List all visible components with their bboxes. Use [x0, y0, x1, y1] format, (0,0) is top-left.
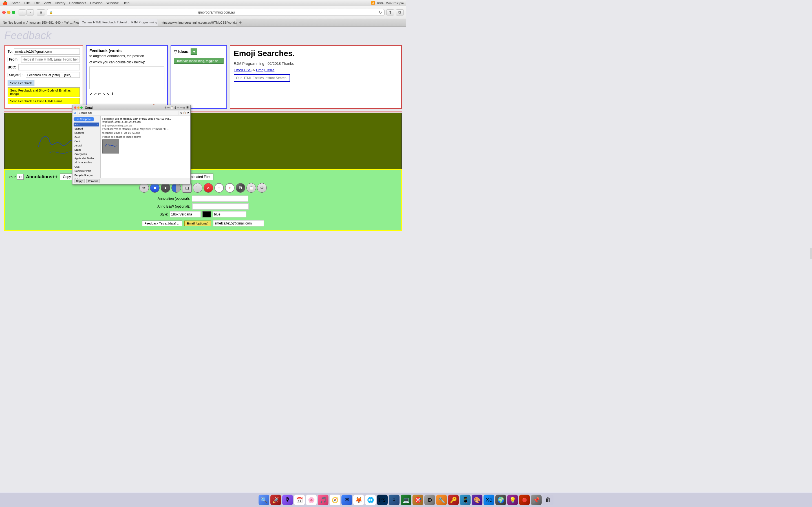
send-feedback-inline-button[interactable]: Send Feedback as Inline HTML Email	[8, 98, 80, 104]
tab-2[interactable]: Canvas HTML Feedback Tutorial ... RJM Pr…	[79, 18, 158, 26]
emoji-css-link[interactable]: Emoji CSS	[234, 68, 252, 72]
emoji-terra-link[interactable]: Emoji Terra	[256, 68, 274, 72]
menu-develop[interactable]: Develop	[90, 1, 103, 5]
forward-button[interactable]: ›	[27, 9, 34, 15]
image-tool[interactable]: 🖼	[236, 183, 245, 193]
email-body-text: Feedback Yes at Monday 18th of May 2020 …	[102, 128, 189, 130]
arc-tool[interactable]: ⌒	[193, 183, 202, 193]
draft-item[interactable]: Draft	[73, 139, 99, 144]
email-value-input[interactable]	[213, 220, 264, 226]
email-subject: Feedback Yes at Monday 18th of May 2020 …	[102, 117, 189, 123]
pencil-tool[interactable]: ✏	[139, 183, 149, 193]
circle-fill-tool[interactable]: ●	[161, 183, 170, 193]
color-name-input[interactable]	[213, 211, 246, 217]
aimail-item[interactable]: AI Mail	[73, 144, 99, 148]
to-input[interactable]	[14, 48, 80, 55]
inbox-item[interactable]: Inbox 1	[73, 122, 99, 126]
square-fill-tool[interactable]: ■	[150, 183, 160, 193]
paste-tool[interactable]: 📋	[246, 183, 256, 193]
apple-mail-item[interactable]: Apple Mail To Go	[73, 156, 99, 160]
recycle-item[interactable]: Recycle Sheryle...	[73, 173, 99, 177]
color-swatch[interactable]	[202, 211, 211, 217]
back-button[interactable]: ‹	[18, 9, 26, 15]
square-outline-icon: ▢	[185, 186, 189, 190]
sidebar-toggle-button[interactable]: ⊞	[37, 9, 45, 15]
monochro-item[interactable]: All in Monochro	[73, 161, 99, 165]
compose-button[interactable]: ✏ Compose	[73, 117, 94, 121]
annotations-title: Annotations++	[26, 174, 57, 179]
menu-safari[interactable]: Safari	[11, 1, 20, 5]
battery-label: 68%	[377, 1, 384, 5]
canvas-area[interactable]: Gmail ⚙ ✏ 📋 🗑 ↩ ↪ ⊞ ☰ M Search mail ⚙ 📋 …	[4, 113, 402, 169]
menu-file[interactable]: File	[24, 1, 30, 5]
emoji-link-and: &	[252, 68, 256, 72]
annotation-input[interactable]	[192, 195, 248, 202]
ideas-option-button[interactable]: Tutorials (show blog, toggle sc	[174, 58, 223, 64]
computer-pals-item[interactable]: Computer Pals	[73, 169, 99, 173]
tab-1[interactable]: No files found in ./mondrian-1504681_640…	[0, 18, 79, 26]
search-mail-input[interactable]: Search mail	[78, 111, 179, 115]
menu-edit[interactable]: Edit	[34, 1, 40, 5]
bcc-row: BCC:	[8, 64, 80, 70]
emoji-search-input[interactable]	[234, 74, 290, 82]
share-button[interactable]: ⬆	[386, 9, 394, 15]
ideas-dropdown-icon[interactable]: ▼	[191, 48, 197, 55]
half-circle-tool[interactable]	[171, 183, 181, 193]
forward-button[interactable]: Forward	[86, 179, 100, 183]
preview-min[interactable]	[77, 107, 80, 109]
sent-item[interactable]: Sent	[73, 135, 99, 139]
from-input[interactable]	[21, 56, 80, 62]
your-dropdown[interactable]: ⊙	[17, 174, 24, 180]
email-main: Feedback Yes at Monday 18th of May 2020 …	[101, 116, 190, 178]
to-row: To:	[8, 48, 80, 55]
plus-tool[interactable]: +	[225, 183, 235, 193]
address-bar[interactable]: 🔒 rjmprogramming.com.au ↻	[47, 9, 385, 16]
menu-history[interactable]: History	[55, 1, 65, 5]
canvas-wrapper: Gmail ⚙ ✏ 📋 🗑 ↩ ↪ ⊞ ☰ M Search mail ⚙ 📋 …	[4, 113, 402, 169]
subject-input[interactable]	[26, 72, 80, 78]
menu-bookmarks[interactable]: Bookmarks	[69, 1, 86, 5]
menu-help[interactable]: Help	[122, 1, 130, 5]
circle-fill-icon: ●	[164, 186, 167, 190]
style-input[interactable]	[170, 211, 201, 217]
reload-button[interactable]: ↻	[379, 10, 382, 15]
close-button[interactable]	[2, 11, 6, 14]
menu-window[interactable]: Window	[107, 1, 119, 5]
tab-3[interactable]: https://www.rjmprogramming.com.au/HTMLCS…	[158, 18, 237, 26]
email-optional-button[interactable]: Email (optional)	[185, 221, 211, 226]
snoozed-item[interactable]: Snoozed	[73, 131, 99, 135]
categories-item[interactable]: Categories	[73, 152, 99, 156]
preview-toolbar: ⚙ ✏ 📋 🗑 ↩ ↪ ⊞ ☰	[164, 106, 189, 109]
bcc-input[interactable]	[18, 64, 80, 70]
maximize-button[interactable]	[12, 11, 15, 14]
drafts-item[interactable]: Drafts	[73, 148, 99, 152]
minus-tool[interactable]: −	[214, 183, 224, 193]
feedback-status-button[interactable]: Feedback Yes at [date] ...	[142, 221, 182, 226]
tabs-row: No files found in ./mondrian-1504681_640…	[0, 18, 406, 26]
reply-button[interactable]: Reply	[74, 179, 85, 183]
emoji-title: Emoji Searches.	[234, 49, 398, 58]
feedback-textarea[interactable]	[89, 66, 164, 89]
add-tab-button[interactable]: +	[237, 18, 244, 26]
apple-menu[interactable]: 🍎	[2, 1, 8, 6]
bottom-panel: Your ⊙ Annotations++ Copy (via 2) and Pa…	[4, 169, 402, 231]
tab-1-label: No files found in ./mondrian-1504681_640…	[3, 21, 79, 24]
title-bar: 🍎 Safari File Edit View History Bookmark…	[0, 0, 406, 6]
starred-item[interactable]: Starred	[73, 127, 99, 131]
send-feedback-show-image-button[interactable]: Send Feedback and Show Body of Email as …	[8, 87, 80, 97]
your-label: Your	[8, 175, 16, 179]
bcc-label: BCC:	[8, 65, 16, 69]
settings-tool[interactable]: ⚙	[257, 183, 267, 193]
preview-close[interactable]	[74, 107, 77, 109]
preview-max[interactable]	[80, 107, 83, 109]
cross-tool[interactable]: ✕	[204, 183, 213, 193]
square-outline-tool[interactable]: ▢	[182, 183, 192, 193]
send-feedback-button[interactable]: Send Feedback	[8, 80, 35, 86]
new-tab-button[interactable]: ⧉	[396, 9, 404, 15]
anno-icon-4: ↘	[102, 92, 105, 96]
css-item[interactable]: CSS	[73, 165, 99, 169]
menu-view[interactable]: View	[43, 1, 51, 5]
annotation-form: Annotation (optional): Anno B&W (optiona…	[8, 195, 398, 226]
minimize-button[interactable]	[7, 11, 10, 14]
anno-bw-input[interactable]	[192, 203, 249, 210]
